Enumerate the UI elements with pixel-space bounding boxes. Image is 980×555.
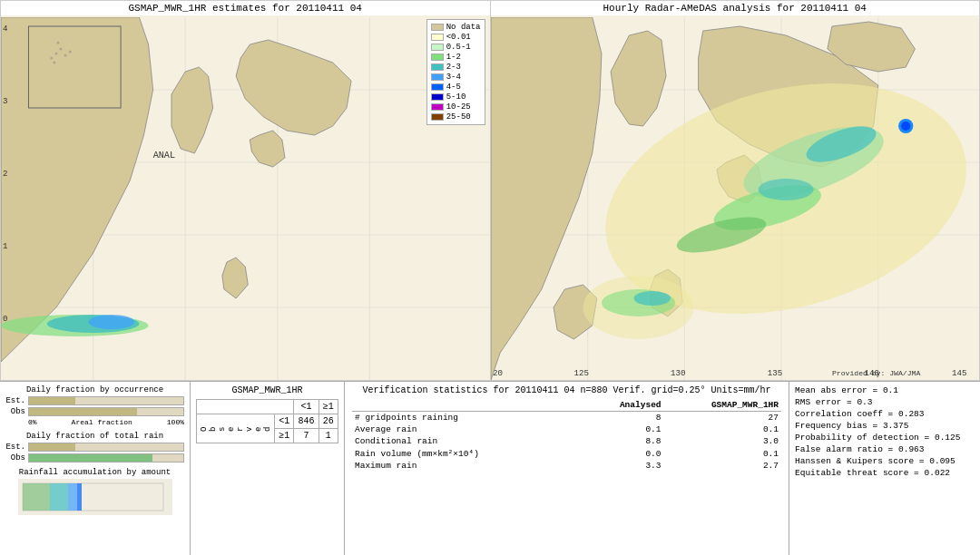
svg-text:145: 145 bbox=[952, 368, 966, 378]
legend-item-1-2: 1-2 bbox=[431, 53, 481, 62]
legend-label-1-2: 1-2 bbox=[446, 53, 461, 62]
verif-gsmap-3: 0.1 bbox=[664, 447, 781, 460]
axis-areal-label: Areal fraction bbox=[72, 418, 132, 426]
svg-point-21 bbox=[53, 62, 55, 64]
verif-col-gsmap-header: GSMAP_MWR_1HR bbox=[664, 399, 781, 412]
verif-stats-panel: Verification statistics for 20110411 04 … bbox=[345, 382, 789, 555]
bar-charts-panel: Daily fraction by occurrence Est. Obs 0%… bbox=[0, 382, 191, 555]
legend-label-05-1: 0.5-1 bbox=[446, 43, 471, 52]
svg-point-23 bbox=[56, 42, 59, 44]
verif-label-1: Average rain bbox=[352, 424, 588, 435]
right-stat-2: Correlation coeff = 0.283 bbox=[795, 409, 975, 419]
legend-color-10-25 bbox=[431, 103, 444, 111]
legend-item-nodata: No data bbox=[431, 23, 481, 32]
svg-rect-75 bbox=[77, 483, 82, 511]
legend-label-10-25: 10-25 bbox=[446, 102, 471, 112]
legend-item-lt001: <0.01 bbox=[431, 33, 481, 42]
svg-text:2: 2 bbox=[3, 169, 7, 179]
contingency-panel: GSMAP_MWR_1HR <1 ≥1 Observed <1 846 26 ≥… bbox=[191, 382, 345, 555]
legend-label-2-3: 2-3 bbox=[446, 63, 461, 72]
obs-occurrence-label: Obs bbox=[5, 407, 25, 416]
est-rain-label: Est. bbox=[5, 443, 25, 452]
axis-0-label: 0% bbox=[28, 418, 37, 426]
svg-rect-73 bbox=[50, 483, 68, 511]
verif-row-1: Average rain 0.1 0.1 bbox=[352, 424, 781, 435]
svg-text:135: 135 bbox=[767, 368, 781, 378]
svg-text:125: 125 bbox=[573, 368, 588, 378]
svg-rect-72 bbox=[23, 483, 50, 511]
legend-color-4-5 bbox=[431, 83, 444, 91]
contingency-table: <1 ≥1 Observed <1 846 26 ≥1 7 1 bbox=[196, 399, 338, 443]
occurrence-chart-section: Daily fraction by occurrence Est. Obs 0%… bbox=[5, 385, 184, 426]
est-occurrence-bar-row: Est. bbox=[5, 396, 184, 405]
right-stat-0: Mean abs error = 0.1 bbox=[795, 385, 975, 395]
svg-text:4: 4 bbox=[3, 24, 7, 34]
legend-color-nodata bbox=[431, 24, 444, 31]
est-occurrence-label: Est. bbox=[5, 396, 25, 405]
est-rain-bar-inner bbox=[29, 443, 75, 451]
svg-text:0: 0 bbox=[3, 314, 7, 324]
legend-label-5-10: 5-10 bbox=[446, 92, 466, 102]
verif-analysed-0: 8 bbox=[588, 412, 663, 424]
observed-label: Observed bbox=[197, 414, 275, 443]
obs-occurrence-bar-outer bbox=[28, 407, 184, 416]
verif-gsmap-1: 0.1 bbox=[664, 424, 781, 435]
verif-row-3: Rain volume (mm×km²×10⁴) 0.0 0.1 bbox=[352, 447, 781, 460]
contingency-rowlabel-ge1: ≥1 bbox=[275, 429, 294, 443]
legend-color-1-2 bbox=[431, 54, 444, 61]
main-container: GSMAP_MWR_1HR estimates for 20110411 04 bbox=[0, 0, 980, 555]
legend-item-3-4: 3-4 bbox=[431, 73, 481, 82]
accumulation-chart-section: Rainfall accumulation by amount bbox=[5, 468, 184, 515]
contingency-row-lt1: Observed <1 846 26 bbox=[197, 414, 338, 429]
right-stat-7: Equitable threat score = 0.022 bbox=[795, 468, 975, 478]
est-rain-bar-row: Est. bbox=[5, 443, 184, 452]
verif-analysed-3: 0.0 bbox=[588, 447, 663, 460]
contingency-rowlabel-lt1: <1 bbox=[275, 414, 294, 429]
verif-row-2: Conditional rain 8.8 3.0 bbox=[352, 435, 781, 447]
total-rain-chart-title: Daily fraction of total rain bbox=[5, 432, 184, 441]
contingency-title: GSMAP_MWR_1HR bbox=[196, 385, 338, 395]
svg-rect-74 bbox=[68, 483, 77, 511]
legend-color-2-3 bbox=[431, 63, 444, 71]
svg-text:1: 1 bbox=[3, 241, 7, 251]
legend-label-3-4: 3-4 bbox=[446, 73, 461, 82]
svg-text:3: 3 bbox=[3, 96, 7, 106]
verif-label-4: Maximum rain bbox=[352, 460, 588, 472]
obs-occurrence-bar-row: Obs bbox=[5, 407, 184, 416]
legend-item-5-10: 5-10 bbox=[431, 92, 481, 102]
right-map-svg-container: 45 40 35 30 25 20 125 130 135 140 145 bbox=[491, 17, 980, 380]
axis-100-label: 100% bbox=[167, 418, 184, 426]
legend-label-4-5: 4-5 bbox=[446, 83, 461, 92]
obs-rain-bar-row: Obs bbox=[5, 453, 184, 462]
left-map-legend: No data <0.01 0.5-1 1-2 2-3 bbox=[426, 19, 485, 125]
left-map-svg-container: 4 3 2 1 0 ANAL bbox=[1, 17, 490, 380]
right-stat-6: Hanssen & Kuipers score = 0.095 bbox=[795, 456, 975, 466]
contingency-cell-lt1-ge1: 26 bbox=[318, 414, 338, 429]
svg-point-19 bbox=[50, 57, 53, 60]
svg-point-66 bbox=[901, 122, 910, 131]
legend-color-3-4 bbox=[431, 73, 444, 81]
svg-point-68 bbox=[633, 291, 671, 306]
right-stat-4: Probability of detection = 0.125 bbox=[795, 433, 975, 443]
right-stat-3: Frequency bias = 3.375 bbox=[795, 421, 975, 431]
verif-analysed-4: 3.3 bbox=[588, 460, 663, 472]
legend-color-lt001 bbox=[431, 34, 444, 41]
legend-label-25-50: 25-50 bbox=[446, 112, 471, 122]
contingency-col-lt1: <1 bbox=[294, 400, 318, 414]
svg-text:Provided by: JWA/JMA: Provided by: JWA/JMA bbox=[831, 369, 920, 377]
est-occurrence-bar-inner bbox=[29, 397, 75, 404]
legend-color-25-50 bbox=[431, 113, 444, 121]
stats-row: Daily fraction by occurrence Est. Obs 0%… bbox=[0, 381, 980, 555]
svg-point-17 bbox=[54, 53, 57, 55]
verif-header-empty bbox=[352, 399, 588, 412]
occurrence-chart-title: Daily fraction by occurrence bbox=[5, 385, 184, 394]
verif-label-2: Conditional rain bbox=[352, 435, 588, 447]
verif-col-analysed-header: Analysed bbox=[588, 399, 663, 412]
legend-item-05-1: 0.5-1 bbox=[431, 43, 481, 52]
svg-text:130: 130 bbox=[671, 368, 685, 378]
right-stats-panel: Mean abs error = 0.1 RMS error = 0.3 Cor… bbox=[789, 382, 980, 555]
verif-analysed-2: 8.8 bbox=[588, 435, 663, 447]
contingency-cell-ge1-lt1: 7 bbox=[294, 429, 318, 443]
legend-label-nodata: No data bbox=[446, 23, 481, 32]
verif-gsmap-4: 2.7 bbox=[664, 460, 781, 472]
